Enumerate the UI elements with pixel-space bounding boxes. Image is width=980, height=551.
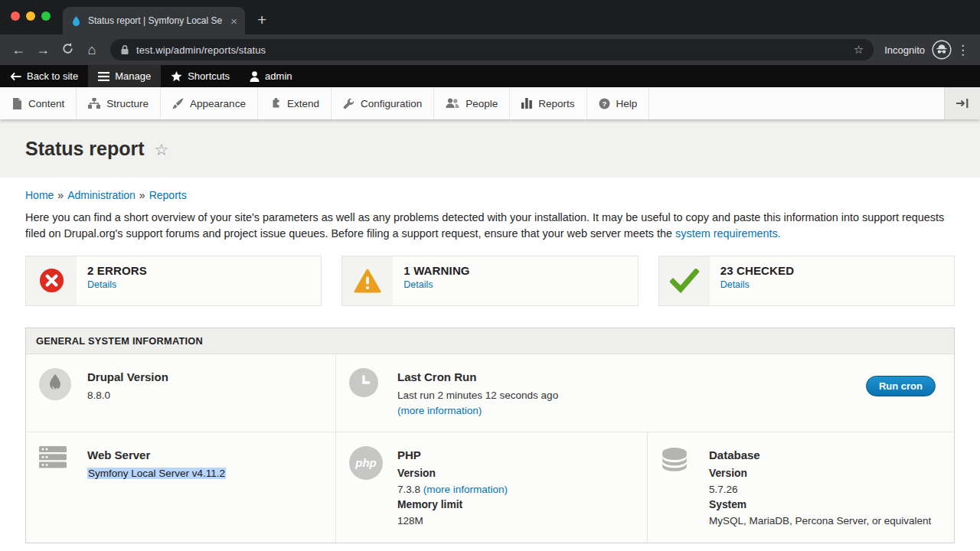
breadcrumb-separator: »	[57, 189, 64, 201]
php-version-label: Version	[397, 466, 508, 482]
svg-text:?: ?	[602, 99, 606, 107]
admin-toolbar: Back to site Manage Shortcuts admin	[0, 65, 980, 87]
user-icon	[250, 71, 260, 82]
tab-title: Status report | Symfony Local Se	[88, 15, 224, 26]
breadcrumb-reports-link[interactable]: Reports	[149, 189, 187, 201]
web-server-title: Web Server	[87, 447, 226, 465]
checkmark-icon	[670, 269, 699, 293]
address-bar[interactable]: test.wip/admin/reports/status ☆	[110, 39, 874, 60]
new-tab-button[interactable]: +	[257, 11, 266, 29]
database-icon	[661, 446, 688, 474]
errors-details-link[interactable]: Details	[87, 279, 116, 290]
web-server-value-selected: Symfony Local Server v4.11.2	[87, 468, 226, 479]
back-to-site-label: Back to site	[27, 70, 78, 82]
arrow-left-icon	[10, 72, 21, 81]
drupal-version-title: Drupal Version	[87, 369, 168, 386]
errors-icon-cell	[26, 256, 77, 305]
errors-card: 2 ERRORS Details	[25, 256, 322, 306]
reload-button[interactable]	[55, 42, 80, 57]
menu-item-reports[interactable]: Reports	[510, 87, 586, 119]
window-close-button[interactable]	[11, 11, 20, 21]
general-system-information-panel: GENERAL SYSTEM INFORMATION Drupal Versio…	[25, 328, 955, 543]
php-more-information-link[interactable]: (more information)	[423, 484, 508, 495]
incognito-label: Incognito	[884, 44, 925, 56]
menu-item-label: Help	[616, 98, 638, 109]
database-system-value: MySQL, MariaDB, Percona Server, or equiv…	[709, 514, 931, 529]
manage-label: Manage	[115, 70, 151, 82]
tab-close-icon[interactable]: ×	[230, 15, 237, 27]
php-icon: php	[349, 446, 383, 480]
shortcuts-label: Shortcuts	[188, 70, 230, 82]
star-icon	[171, 71, 182, 82]
svg-text:php: php	[354, 456, 377, 469]
menu-item-label: Configuration	[361, 98, 422, 109]
bar-chart-icon	[521, 98, 532, 109]
checked-details-link[interactable]: Details	[720, 279, 750, 290]
clock-icon	[349, 368, 378, 397]
menu-item-label: Content	[28, 98, 64, 109]
window-zoom-button[interactable]	[41, 11, 51, 21]
menu-item-help[interactable]: ? Help	[587, 87, 650, 119]
collapse-icon	[956, 98, 969, 109]
browser-menu-button[interactable]: ⋮	[956, 42, 969, 58]
php-memory-label: Memory limit	[397, 497, 508, 514]
back-to-site-link[interactable]: Back to site	[0, 65, 88, 87]
menu-item-configuration[interactable]: Configuration	[332, 87, 434, 119]
checked-count: 23 CHECKED	[720, 264, 795, 277]
panel-header: GENERAL SYSTEM INFORMATION	[26, 328, 954, 354]
warnings-icon-cell	[342, 256, 393, 305]
menu-item-people[interactable]: People	[434, 87, 510, 119]
tray-orientation-toggle-button[interactable]	[944, 87, 980, 119]
php-title: PHP	[397, 447, 508, 465]
home-button[interactable]: ⌂	[80, 43, 104, 57]
favorite-star-icon[interactable]: ☆	[155, 141, 169, 159]
cron-more-information-link[interactable]: (more information)	[397, 405, 482, 416]
page-title: Status report	[25, 138, 145, 160]
menu-item-appearance[interactable]: Appearance	[161, 87, 258, 119]
menu-item-content[interactable]: Content	[0, 87, 77, 119]
server-icon	[39, 446, 67, 468]
reload-icon	[61, 42, 74, 55]
php-cell: php PHP Version 7.3.8 (more information)…	[335, 432, 647, 543]
breadcrumb-home-link[interactable]: Home	[25, 189, 54, 201]
user-account-tab[interactable]: admin	[240, 65, 302, 87]
menu-item-extend[interactable]: Extend	[258, 87, 332, 119]
drupal-favicon-icon	[70, 15, 82, 27]
warning-icon	[354, 269, 381, 293]
php-memory-value: 128M	[397, 514, 508, 529]
web-server-cell: Web Server Symfony Local Server v4.11.2	[26, 432, 335, 543]
system-requirements-link[interactable]: system requirements.	[675, 227, 781, 240]
warnings-details-link[interactable]: Details	[403, 279, 433, 290]
checked-icon-cell	[659, 256, 710, 305]
window-minimize-button[interactable]	[26, 11, 35, 21]
warnings-card: 1 WARNING Details	[341, 256, 638, 306]
breadcrumb-administration-link[interactable]: Administration	[67, 189, 136, 201]
hamburger-icon	[98, 72, 109, 81]
menu-item-structure[interactable]: Structure	[77, 87, 161, 119]
database-cell: Database Version 5.7.26 System MySQL, Ma…	[647, 432, 954, 543]
breadcrumb: Home»Administration»Reports	[25, 189, 955, 201]
paintbrush-icon	[172, 98, 184, 109]
shortcuts-tab[interactable]: Shortcuts	[161, 65, 240, 87]
incognito-icon[interactable]	[932, 40, 952, 60]
toolbar-spacer	[302, 65, 980, 87]
clock-icon-cell	[349, 367, 397, 419]
drupal-icon	[39, 368, 71, 400]
drupal-version-value: 8.8.0	[87, 388, 168, 403]
database-icon-cell	[661, 445, 709, 530]
forward-button[interactable]: →	[31, 43, 55, 57]
bookmark-star-icon[interactable]: ☆	[854, 43, 864, 57]
menu-item-label: Structure	[106, 98, 149, 109]
summary-cards: 2 ERRORS Details 1 WARNING Details	[25, 256, 955, 306]
manage-tab[interactable]: Manage	[88, 65, 161, 87]
browser-tab[interactable]: Status report | Symfony Local Se ×	[63, 7, 245, 34]
panel-row-2: Web Server Symfony Local Server v4.11.2 …	[26, 432, 954, 543]
page-header: Status report ☆	[0, 119, 980, 178]
document-icon	[12, 98, 22, 109]
breadcrumb-separator: »	[139, 189, 145, 201]
drupal-icon-cell	[39, 367, 87, 419]
server-icon-cell	[39, 445, 87, 530]
back-button[interactable]: ←	[6, 43, 31, 57]
run-cron-button[interactable]: Run cron	[866, 376, 936, 396]
menu-item-label: Extend	[287, 98, 319, 109]
